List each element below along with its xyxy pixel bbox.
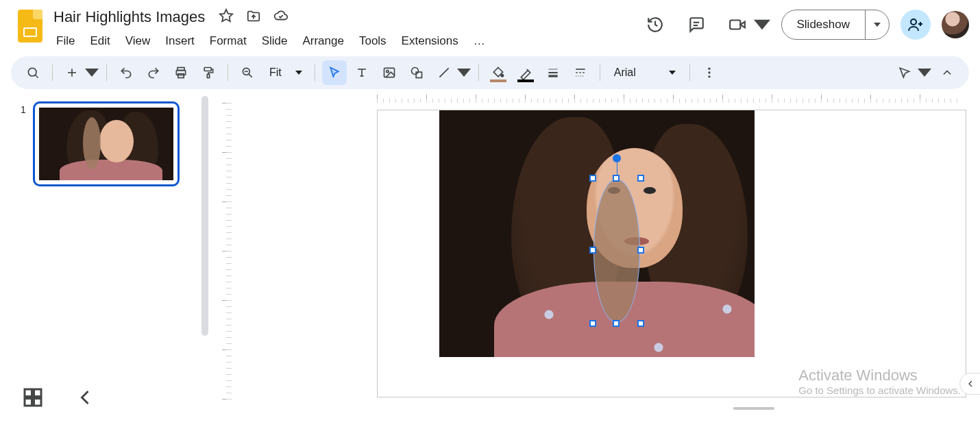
menu-format[interactable]: Format (203, 32, 254, 51)
menu-arrange[interactable]: Arrange (295, 32, 350, 51)
mode-dropdown[interactable] (917, 60, 932, 85)
menu-tools[interactable]: Tools (352, 32, 393, 51)
fill-color-button[interactable] (486, 60, 511, 85)
insert-image-button[interactable] (377, 60, 402, 85)
vertical-ruler (217, 103, 232, 404)
search-menus-button[interactable] (21, 60, 45, 85)
canvas-area[interactable]: Activate Windows Go to Settings to activ… (212, 89, 980, 415)
resize-handle-mr[interactable] (637, 247, 644, 254)
svg-point-25 (387, 71, 389, 73)
svg-point-7 (911, 19, 916, 25)
grid-view-button[interactable] (21, 385, 45, 410)
svg-marker-5 (754, 20, 770, 29)
font-family-select[interactable]: Arial (607, 60, 683, 85)
border-dash-button[interactable] (568, 60, 593, 85)
filmstrip-scrollbar[interactable] (201, 96, 208, 336)
menu-view[interactable]: View (119, 32, 158, 51)
border-color-button[interactable] (513, 60, 538, 85)
svg-marker-23 (295, 71, 302, 75)
zoom-button[interactable] (235, 60, 260, 85)
toolbar: Fit (11, 56, 969, 89)
svg-rect-19 (207, 75, 209, 78)
slide-background-image[interactable] (439, 110, 755, 357)
redo-button[interactable] (141, 60, 166, 85)
collapse-filmstrip-button[interactable] (73, 385, 97, 410)
resize-handle-ml[interactable] (589, 247, 596, 254)
meet-dropdown[interactable] (754, 10, 770, 40)
app-logo[interactable] (11, 5, 49, 42)
slide-thumb-preview (39, 108, 173, 180)
menu-edit[interactable]: Edit (83, 32, 117, 51)
zoom-select[interactable]: Fit (262, 60, 308, 85)
svg-line-28 (439, 68, 448, 77)
hide-menus-button[interactable] (935, 60, 959, 85)
svg-marker-0 (220, 10, 232, 21)
cloud-status-icon[interactable] (273, 8, 289, 26)
svg-point-30 (501, 75, 503, 77)
font-family-value: Arial (614, 66, 636, 79)
svg-marker-14 (85, 69, 99, 77)
svg-rect-27 (416, 72, 421, 77)
svg-rect-44 (25, 399, 32, 406)
border-weight-button[interactable] (541, 60, 565, 85)
resize-handle-bl[interactable] (589, 320, 596, 327)
slide-thumb-number: 1 (21, 101, 26, 115)
slideshow-button-group: Slideshow (781, 10, 890, 40)
comments-icon[interactable] (681, 10, 711, 40)
selected-ellipse-shape[interactable] (593, 179, 640, 323)
menu-slide[interactable]: Slide (255, 32, 295, 51)
meet-icon[interactable] (722, 10, 752, 40)
menu-more[interactable]: … (467, 32, 492, 51)
share-button[interactable] (901, 10, 931, 40)
menu-file[interactable]: File (49, 32, 82, 51)
insert-shape-button[interactable] (404, 60, 429, 85)
undo-button[interactable] (114, 60, 138, 85)
slideshow-button[interactable]: Slideshow (782, 10, 866, 39)
move-icon[interactable] (246, 8, 261, 26)
account-avatar[interactable] (942, 11, 969, 38)
zoom-value: Fit (269, 66, 282, 79)
speaker-notes-resize-handle[interactable] (733, 407, 774, 410)
new-slide-button[interactable] (60, 60, 84, 85)
svg-point-39 (708, 71, 710, 73)
menu-insert[interactable]: Insert (158, 32, 201, 51)
resize-handle-bm[interactable] (613, 320, 620, 327)
paint-format-button[interactable] (196, 60, 221, 85)
document-title[interactable]: Hair Highlights Images (49, 7, 209, 27)
svg-marker-41 (918, 69, 931, 77)
slideshow-dropdown[interactable] (865, 10, 889, 39)
svg-rect-18 (204, 68, 211, 71)
resize-handle-tl[interactable] (589, 175, 596, 182)
insert-line-dropdown[interactable] (456, 60, 471, 85)
svg-rect-45 (34, 399, 42, 406)
menu-extensions[interactable]: Extensions (395, 32, 465, 51)
svg-marker-37 (669, 71, 676, 75)
more-tools-button[interactable] (697, 60, 722, 85)
mode-button[interactable] (892, 60, 917, 85)
rotation-handle[interactable] (613, 154, 621, 162)
menu-bar: File Edit View Insert Format Slide Arran… (49, 27, 492, 56)
svg-point-40 (708, 75, 710, 77)
filmstrip-panel: 1 (0, 89, 212, 415)
svg-rect-43 (34, 389, 42, 397)
resize-handle-tr[interactable] (637, 175, 644, 182)
svg-point-38 (708, 68, 710, 70)
resize-handle-tm[interactable] (613, 175, 620, 182)
svg-rect-24 (384, 68, 394, 77)
select-tool-button[interactable] (322, 60, 347, 85)
print-button[interactable] (169, 60, 193, 85)
show-side-panel-button[interactable] (959, 373, 980, 395)
svg-marker-6 (874, 23, 881, 27)
slide-canvas[interactable] (377, 110, 966, 397)
new-slide-dropdown[interactable] (84, 60, 99, 85)
resize-handle-br[interactable] (637, 320, 644, 327)
svg-rect-42 (25, 389, 32, 397)
svg-rect-3 (730, 21, 740, 29)
star-icon[interactable] (219, 8, 234, 26)
text-box-button[interactable] (350, 60, 374, 85)
svg-line-21 (249, 74, 252, 77)
slide-thumb-1[interactable] (33, 101, 180, 186)
insert-line-button[interactable] (432, 60, 456, 85)
history-icon[interactable] (640, 10, 670, 40)
header-bar: Hair Highlights Images File Edit View In… (0, 0, 980, 56)
